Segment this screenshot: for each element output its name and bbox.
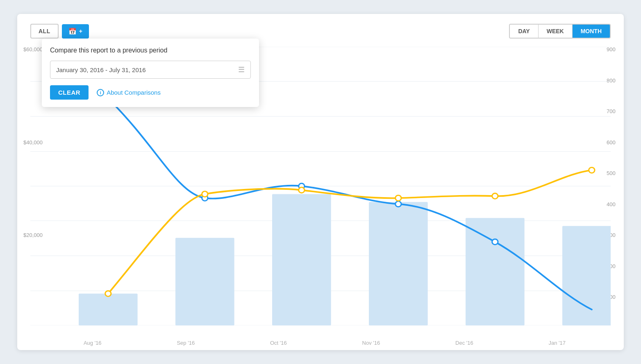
all-button[interactable]: ALL [30,24,59,39]
main-card: ALL 📅 + DAY WEEK MONTH Compare this repo… [17,14,624,350]
about-comparisons-label: About Comparisons [107,89,161,96]
calendar-add-button[interactable]: 📅 + [62,24,89,39]
date-range-text: January 30, 2016 - July 31, 2016 [56,66,145,73]
x-label-aug: Aug '16 [84,340,102,346]
bar-jan [562,226,611,325]
clear-button[interactable]: CLEAR [50,85,89,100]
yellow-dot-sep [202,191,208,197]
bar-nov [369,202,428,325]
x-label-jan: Jan '17 [549,340,566,346]
compare-popup-title: Compare this report to a previous period [50,47,251,54]
yellow-dot-aug [105,291,111,296]
hamburger-icon: ☰ [238,66,245,73]
x-axis: Aug '16 Sep '16 Oct '16 Nov '16 Dec '16 … [46,340,603,346]
day-button[interactable]: DAY [510,25,538,38]
toolbar: ALL 📅 + DAY WEEK MONTH [30,24,611,39]
bar-sep [175,238,234,325]
x-label-nov: Nov '16 [362,340,380,346]
month-button[interactable]: MONTH [573,25,610,38]
yellow-dot-dec [492,193,498,199]
info-icon: i [97,89,104,96]
bar-aug [79,293,138,325]
x-label-dec: Dec '16 [455,340,473,346]
calendar-plus-label: + [79,28,82,34]
blue-dot-nov [396,201,401,207]
bar-oct [272,194,331,325]
period-selector: DAY WEEK MONTH [509,24,611,39]
yellow-dot-jan [589,167,595,173]
calendar-icon: 📅 [68,27,77,35]
x-label-sep: Sep '16 [177,340,195,346]
compare-popup: Compare this report to a previous period… [42,39,259,107]
yellow-dot-oct [299,187,305,193]
week-button[interactable]: WEEK [539,25,573,38]
blue-dot-dec [492,239,498,245]
x-label-oct: Oct '16 [270,340,287,346]
bar-dec [466,218,525,325]
toolbar-left: ALL 📅 + [30,24,89,39]
compare-popup-footer: CLEAR i About Comparisons [50,85,251,100]
about-comparisons-link[interactable]: i About Comparisons [97,89,161,96]
yellow-dot-nov [396,195,401,201]
date-range-row[interactable]: January 30, 2016 - July 31, 2016 ☰ [50,61,251,79]
